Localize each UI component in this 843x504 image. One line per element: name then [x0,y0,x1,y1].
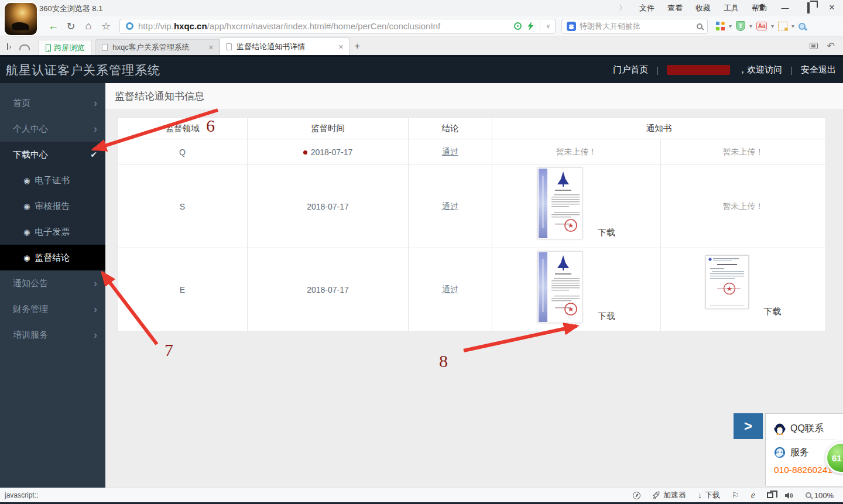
sidebar-item-training[interactable]: 培训服务 › [0,322,105,348]
home-button[interactable]: ⌂ [80,20,97,32]
qq-panel-collapse-button[interactable]: > [734,413,763,439]
phone-icon [46,44,51,52]
reading-list-icon[interactable] [810,43,818,49]
maximize-button[interactable] [801,4,816,12]
search-input[interactable]: 特朗普大开销被批 [580,21,697,32]
back-button[interactable]: ← [44,20,62,32]
download-link[interactable]: 下载 [598,227,615,239]
sidebar-item-e-certificate[interactable]: ◉ 电子证书 [0,167,105,193]
tab-notice-detail[interactable]: 监督结论通知书详情 × [220,37,349,55]
accelerator-button[interactable]: 加速器 [652,490,686,500]
report-flag-icon[interactable]: ⚐ [732,491,739,500]
url-text[interactable]: http://vip.hxqc.cn/app/hxcrm/navistar/in… [138,21,514,31]
chevron-right-icon: › [94,329,97,341]
page-icon [226,43,232,50]
translate-dropdown-icon[interactable]: ▾ [771,23,774,29]
notice-cell: 暂未上传！ [661,165,826,248]
sidebar-item-audit-report[interactable]: ◉ 审核报告 [0,193,105,219]
screenshot-icon[interactable] [778,22,787,30]
menu-favorites[interactable]: 收藏 [695,3,711,13]
snapshot-icon[interactable] [514,22,522,30]
qq-contact-item[interactable]: QQ联系 [774,419,843,438]
speaker-icon[interactable] [785,492,794,499]
menu-overflow-icon[interactable]: 〉 [619,3,626,13]
minimize-button[interactable]: — [777,4,793,12]
tab-list-icon[interactable]: › [7,42,11,51]
conclusion-link[interactable]: 通过 [442,201,458,211]
sidebar-item-supervision-conclusion[interactable]: ◉ 监督结论 [0,245,105,270]
sidebar-item-e-invoice[interactable]: ◉ 电子发票 [0,219,105,245]
portal-home-link[interactable]: 门户首页 [613,64,648,76]
redacted-username [667,65,730,75]
date-cell: 2018-07-17 [248,165,409,248]
tab-crm-system[interactable]: hxqc客户关系管理系统 × [95,39,220,55]
chevron-right-icon: › [94,123,97,135]
ie-compat-icon[interactable]: e [751,490,755,500]
zoom-control[interactable]: 100% [806,491,834,500]
conclusion-link[interactable]: 通过 [442,284,458,294]
certificate-thumbnail[interactable] [537,167,582,239]
conclusion-link[interactable]: 通过 [442,147,458,156]
page-title: 监督结论通知书信息 [105,83,843,110]
qq-penguin-icon [774,422,786,435]
money-shield-icon[interactable]: ¥ [736,21,745,31]
qq-service-label: 服务 [790,447,809,459]
table-header-row: 监督领域 监督时间 结论 通知书 [118,118,826,139]
download-link[interactable]: 下载 [764,306,782,318]
apps-grid-icon[interactable] [716,22,725,30]
sidebar-item-notices[interactable]: 通知公告 › [0,270,105,296]
restore-tab-icon[interactable]: ↶ [827,40,835,52]
certificate-thumbnail[interactable] [537,251,582,323]
cross-screen-button[interactable]: 跨屏浏览 [38,40,92,55]
document-thumbnail[interactable] [705,255,749,309]
page-icon [102,44,108,51]
sidebar-item-finance[interactable]: 财务管理 › [0,296,105,322]
site-info-icon[interactable] [126,22,133,30]
lightning-icon[interactable] [527,22,534,30]
new-tab-button[interactable]: + [354,40,360,52]
translate-icon[interactable]: Aa [756,22,767,30]
menu-view[interactable]: 查看 [667,3,683,13]
date-cell: 2018-07-17 [248,139,409,165]
bookmark-star-button[interactable]: ☆ [97,20,115,33]
logout-link[interactable]: 安全退出 [801,64,836,76]
skin-icon[interactable] [754,3,769,13]
window-mode-icon[interactable] [767,492,773,498]
sidebar-item-download-center[interactable]: 下载中心 ✔ [0,142,105,167]
magnifier-icon[interactable] [799,23,806,30]
table-row: S 2018-07-17 通过 [118,165,826,248]
tab-close-icon[interactable]: × [338,42,343,52]
addressbar-dropdown-icon[interactable]: ∨ [546,23,550,29]
rocket-icon [652,491,660,499]
menu-tools[interactable]: 工具 [724,3,739,13]
menu-file[interactable]: 文件 [639,3,654,13]
notice-cell: 下载 [661,248,826,332]
search-box[interactable]: 特朗普大开销被批 [561,19,708,34]
field-cell: E [118,248,248,332]
table-row: E 2018-07-17 通过 [118,248,826,332]
sidebar-item-personal-center[interactable]: 个人中心 › [0,116,105,142]
window-title: 360安全浏览器 8.1 [39,4,102,14]
network-speed-icon[interactable] [633,492,640,499]
search-icon[interactable] [697,23,702,29]
downloads-button[interactable]: ↓ 下载 [698,490,720,500]
service-headset-icon [774,447,786,458]
extension-icons: ▾ ¥ ▾ Aa ▾ ▾ [716,21,806,31]
navigation-toolbar: ← ↻ ⌂ ☆ http://vip.hxqc.cn/app/hxcrm/nav… [0,16,843,36]
cloud-sync-icon[interactable] [19,44,30,50]
search-engine-icon[interactable] [567,22,576,31]
qq-contact-label: QQ联系 [790,423,824,435]
address-bar[interactable]: http://vip.hxqc.cn/app/hxcrm/navistar/in… [119,19,556,34]
notice-cell: 暂未上传！ [661,139,826,165]
screenshot-dropdown-icon[interactable]: ▾ [791,23,794,29]
radio-dot-icon: ◉ [23,176,30,185]
download-link[interactable]: 下载 [598,311,615,323]
refresh-button[interactable]: ↻ [62,20,80,33]
status-bar: javascript:; 加速器 ↓ 下载 ⚐ e 100% [0,488,843,502]
apps-dropdown-icon[interactable]: ▾ [729,23,732,29]
user-avatar[interactable] [5,3,37,35]
sidebar-item-home[interactable]: 首页 › [0,90,105,116]
tab-close-icon[interactable]: × [208,43,213,52]
close-button[interactable]: × [824,2,839,13]
shield-dropdown-icon[interactable]: ▾ [749,23,752,29]
